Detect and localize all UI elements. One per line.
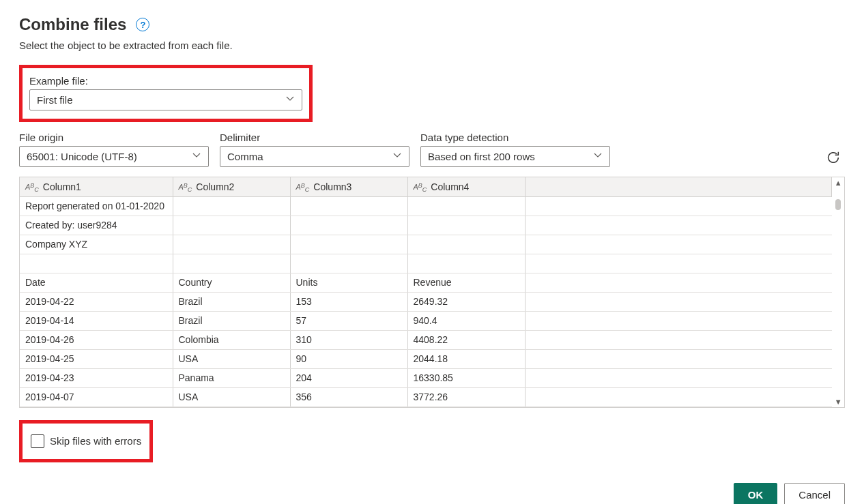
- table-row: Company XYZ: [20, 235, 832, 254]
- table-cell: 2019-04-07: [20, 387, 173, 406]
- table-cell: [173, 216, 290, 235]
- table-cell: Brazil: [173, 311, 290, 330]
- table-cell: Company XYZ: [20, 235, 173, 254]
- dialog-subtitle: Select the object to be extracted from e…: [19, 40, 845, 51]
- table-cell: Panama: [173, 368, 290, 387]
- table-row: 2019-04-23Panama20416330.85: [20, 368, 832, 387]
- table-cell: 2019-04-22: [20, 292, 173, 311]
- table-cell: [407, 235, 525, 254]
- delimiter-value: Comma: [227, 151, 387, 162]
- table-cell: 2044.18: [407, 349, 525, 368]
- table-cell: [407, 216, 525, 235]
- table-cell: 356: [290, 387, 407, 406]
- refresh-icon[interactable]: [826, 150, 841, 165]
- detection-value: Based on first 200 rows: [428, 151, 588, 162]
- scroll-thumb[interactable]: [835, 199, 841, 210]
- table-cell: USA: [173, 349, 290, 368]
- table-cell: [173, 196, 290, 216]
- table-cell: Colombia: [173, 330, 290, 349]
- column-header[interactable]: ABC Column2: [173, 177, 290, 196]
- table-cell: 940.4: [407, 311, 525, 330]
- table-cell: 2019-04-26: [20, 330, 173, 349]
- table-cell-filler: [525, 235, 832, 254]
- scroll-down-icon[interactable]: ▼: [835, 398, 842, 406]
- table-cell-filler: [525, 216, 832, 235]
- table-cell: [290, 216, 407, 235]
- detection-dropdown[interactable]: Based on first 200 rows: [420, 146, 610, 167]
- column-header[interactable]: ABC Column4: [407, 177, 525, 196]
- table-cell: Report generated on 01-01-2020: [20, 196, 173, 216]
- table-cell-filler: [525, 387, 832, 406]
- chevron-down-icon: [593, 151, 603, 162]
- table-cell: [407, 254, 525, 273]
- table-cell: [173, 254, 290, 273]
- table-row: 2019-04-22Brazil1532649.32: [20, 292, 832, 311]
- table-cell: 16330.85: [407, 368, 525, 387]
- table-cell: [407, 196, 525, 216]
- table-cell: Units: [290, 273, 407, 292]
- table-cell: Country: [173, 273, 290, 292]
- table-cell-filler: [525, 368, 832, 387]
- table-cell-filler: [525, 196, 832, 216]
- help-icon[interactable]: ?: [136, 18, 149, 31]
- delimiter-label: Delimiter: [220, 132, 409, 143]
- text-type-icon: ABC: [296, 183, 310, 191]
- example-file-value: First file: [37, 94, 280, 106]
- example-file-dropdown[interactable]: First file: [29, 89, 302, 110]
- file-origin-label: File origin: [19, 132, 209, 143]
- column-header-filler: [525, 177, 832, 196]
- table-cell: 90: [290, 349, 407, 368]
- table-cell-filler: [525, 273, 832, 292]
- scroll-track[interactable]: [835, 187, 841, 398]
- ok-button[interactable]: OK: [734, 483, 778, 505]
- column-name: Column1: [43, 181, 81, 192]
- table-cell: USA: [173, 387, 290, 406]
- table-cell: 3772.26: [407, 387, 525, 406]
- preview-table-container: ABC Column1 ABC Column2 ABC Column3: [19, 177, 845, 408]
- example-file-label: Example file:: [29, 75, 302, 87]
- detection-label: Data type detection: [420, 132, 610, 143]
- text-type-icon: ABC: [25, 183, 39, 191]
- dialog-title: Combine files: [19, 15, 126, 34]
- text-type-icon: ABC: [179, 183, 192, 191]
- cancel-button[interactable]: Cancel: [784, 483, 845, 505]
- table-cell: Revenue: [407, 273, 525, 292]
- table-cell: 2019-04-14: [20, 311, 173, 330]
- table-cell: [173, 235, 290, 254]
- scroll-up-icon[interactable]: ▲: [835, 179, 842, 187]
- table-cell: 310: [290, 330, 407, 349]
- skip-files-highlight: Skip files with errors: [19, 420, 153, 462]
- table-cell: Brazil: [173, 292, 290, 311]
- table-cell-filler: [525, 292, 832, 311]
- chevron-down-icon: [285, 94, 295, 106]
- skip-files-checkbox[interactable]: [31, 434, 44, 448]
- chevron-down-icon: [192, 151, 201, 162]
- table-cell: 204: [290, 368, 407, 387]
- table-cell: 2019-04-25: [20, 349, 173, 368]
- delimiter-dropdown[interactable]: Comma: [220, 146, 409, 167]
- vertical-scrollbar[interactable]: ▲ ▼: [832, 177, 844, 407]
- table-row: 2019-04-14Brazil57940.4: [20, 311, 832, 330]
- table-cell: [290, 235, 407, 254]
- table-cell: [290, 196, 407, 216]
- table-cell: 4408.22: [407, 330, 525, 349]
- column-header[interactable]: ABC Column3: [290, 177, 407, 196]
- table-cell-filler: [525, 254, 832, 273]
- table-row: Report generated on 01-01-2020: [20, 196, 832, 216]
- table-cell: [290, 254, 407, 273]
- table-row: 2019-04-26Colombia3104408.22: [20, 330, 832, 349]
- table-cell-filler: [525, 349, 832, 368]
- preview-table: ABC Column1 ABC Column2 ABC Column3: [20, 177, 832, 407]
- table-cell: Date: [20, 273, 173, 292]
- table-cell-filler: [525, 330, 832, 349]
- column-name: Column4: [431, 181, 469, 192]
- column-header[interactable]: ABC Column1: [20, 177, 173, 196]
- table-cell: [20, 254, 173, 273]
- column-name: Column3: [313, 181, 351, 192]
- table-cell-filler: [525, 311, 832, 330]
- table-row: 2019-04-07USA3563772.26: [20, 387, 832, 406]
- chevron-down-icon: [392, 151, 402, 162]
- file-origin-dropdown[interactable]: 65001: Unicode (UTF-8): [19, 146, 209, 167]
- table-cell: 153: [290, 292, 407, 311]
- skip-files-label: Skip files with errors: [50, 435, 141, 447]
